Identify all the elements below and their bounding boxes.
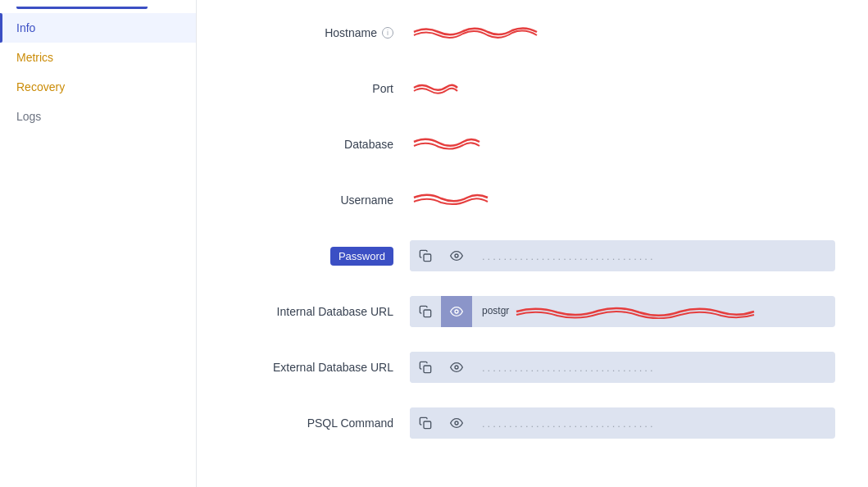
svg-point-7 [455,421,458,425]
hostname-row: Hostname i [229,16,835,49]
internal-db-url-field: postgr [410,296,835,327]
form-section: Hostname i Port [229,16,835,439]
sidebar-label-logs: Logs [16,110,41,123]
external-db-url-row: External Database URL [229,351,835,384]
password-field: ................................ [410,240,835,271]
psql-command-value: ................................ [472,417,835,430]
internal-db-url-row: Internal Database URL [229,295,835,328]
svg-point-3 [455,310,458,313]
username-row: Username [229,184,835,216]
internal-url-eye-button[interactable] [441,296,472,327]
username-value [410,190,492,211]
internal-db-url-value: postgr [472,304,835,319]
external-db-url-label: External Database URL [229,361,410,374]
hostname-info-icon[interactable]: i [382,27,393,39]
database-row: Database [229,128,835,161]
svg-point-1 [455,254,458,257]
external-db-url-value: ................................ [472,362,835,374]
username-label: Username [229,193,410,207]
password-row: Password ....... [229,239,835,272]
active-tab-indicator [16,7,148,9]
port-label: Port [229,82,410,95]
port-row: Port [229,72,835,105]
svg-rect-4 [424,366,431,373]
external-url-eye-button[interactable] [441,352,472,383]
psql-command-row: PSQL Command ... [229,407,835,439]
password-copy-button[interactable] [410,240,441,271]
psql-eye-button[interactable] [441,407,472,439]
main-content: Hostname i Port [197,0,868,487]
sidebar-item-metrics[interactable]: Metrics [0,43,196,72]
password-label-container: Password [229,247,410,266]
password-eye-button[interactable] [441,240,472,271]
psql-copy-button[interactable] [410,407,441,439]
svg-point-5 [455,366,458,369]
hostname-label: Hostname i [229,26,410,39]
sidebar-item-info[interactable]: Info [0,13,196,43]
psql-command-label: PSQL Command [229,416,410,430]
internal-url-copy-button[interactable] [410,296,441,327]
sidebar-label-metrics: Metrics [16,51,53,64]
internal-db-url-label: Internal Database URL [229,305,410,318]
sidebar: Info Metrics Recovery Logs [0,0,197,487]
svg-rect-2 [424,310,431,317]
page-layout: Info Metrics Recovery Logs Hostname i [0,0,868,487]
sidebar-label-recovery: Recovery [16,80,65,93]
svg-rect-0 [424,254,431,262]
sidebar-item-logs[interactable]: Logs [0,102,196,131]
external-db-url-field: ................................ [410,352,835,383]
sidebar-item-recovery[interactable]: Recovery [0,72,196,102]
external-url-copy-button[interactable] [410,352,441,383]
svg-rect-6 [424,421,431,429]
password-badge: Password [330,247,393,266]
database-label: Database [229,138,410,151]
psql-command-field: ................................ [410,407,835,439]
hostname-value [410,25,541,42]
password-value: ................................ [472,250,835,262]
port-value [410,80,459,98]
database-value [410,134,484,155]
sidebar-label-info: Info [16,21,35,34]
